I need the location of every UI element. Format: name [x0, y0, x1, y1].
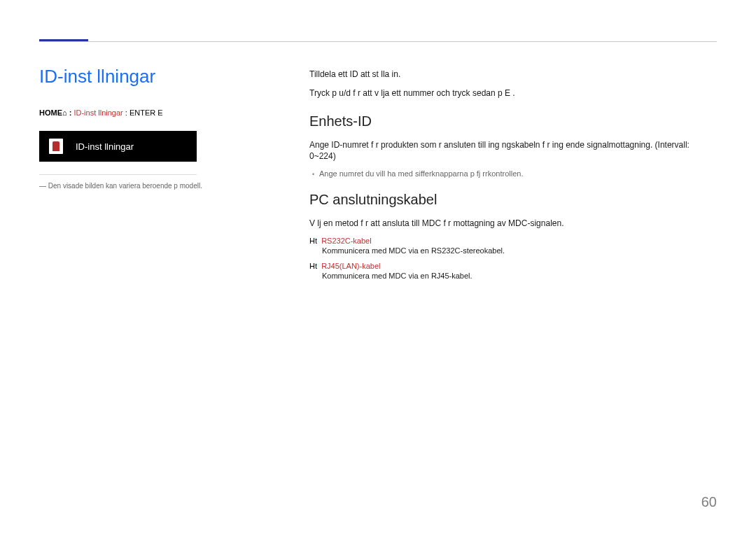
section-heading-pc-cable: PC anslutningskabel [309, 192, 717, 208]
breadcrumb-tail: : ENTER E [123, 108, 163, 117]
option-desc: Kommunicera med MDC via en RJ45-kabel. [322, 272, 717, 280]
page-title: ID-inst llningar [39, 66, 277, 87]
page-number: 60 [701, 494, 717, 510]
option-label: RJ45(LAN)-kabel [321, 262, 380, 270]
id-card-icon [49, 139, 63, 154]
section-body-pc-cable: V lj en metod f r att ansluta till MDC f… [309, 218, 717, 230]
intro-text-1: Tilldela ett ID att st lla in. [309, 69, 717, 80]
option-prefix: Ht [309, 237, 317, 245]
breadcrumb-current: ID-inst llningar [74, 108, 122, 117]
home-icon: ⌂ [62, 108, 67, 117]
option-rs232c: Ht RS232C-kabel Kommunicera med MDC via … [309, 237, 717, 255]
breadcrumb: HOME⌂ : ID-inst llningar : ENTER E [39, 108, 277, 117]
header-divider [39, 39, 717, 41]
breadcrumb-home: HOME [39, 108, 62, 117]
option-prefix: Ht [309, 262, 317, 270]
section-heading-enhets-id: Enhets-ID [309, 113, 717, 129]
option-desc: Kommunicera med MDC via en RS232C-stereo… [322, 246, 717, 255]
section-body-enhets-id: Ange ID-numret f r produkten som r anslu… [309, 139, 717, 163]
thin-separator [39, 174, 197, 175]
option-rj45: Ht RJ45(LAN)-kabel Kommunicera med MDC v… [309, 262, 717, 280]
intro-text-2: Tryck p u/d f r att v lja ett nummer och… [309, 87, 717, 99]
section-note-enhets-id: Ange numret du vill ha med sifferknappar… [319, 169, 717, 178]
option-label: RS232C-kabel [321, 237, 372, 245]
image-disclaimer: ― Den visade bilden kan variera beroende… [39, 182, 277, 190]
menu-preview-box: ID-inst llningar [39, 131, 197, 162]
menu-preview-label: ID-inst llningar [76, 141, 134, 152]
